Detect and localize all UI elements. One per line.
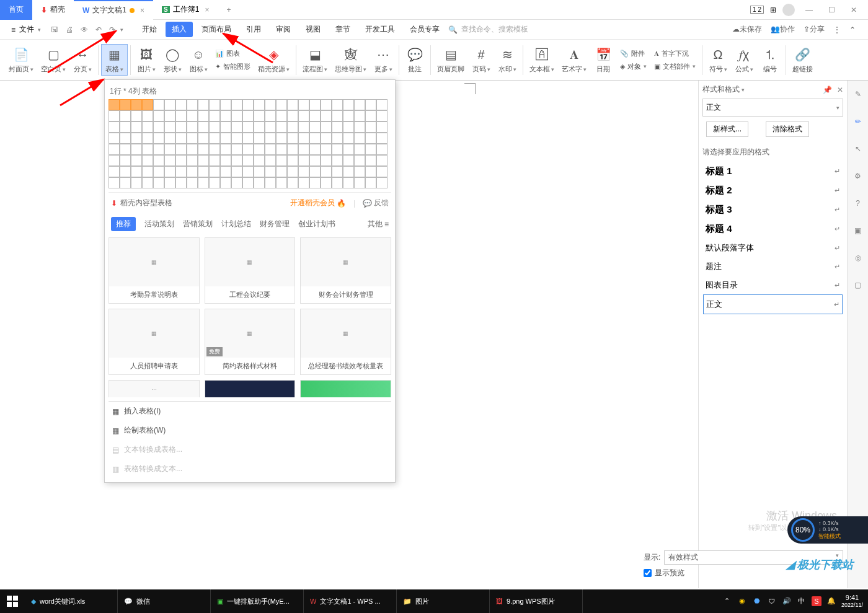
table-grid-cell[interactable]	[198, 133, 209, 144]
template-item[interactable]: ▦免费简约表格样式材料	[205, 309, 296, 375]
table-grid-cell[interactable]	[376, 144, 388, 155]
table-grid-cell[interactable]	[332, 144, 343, 155]
table-grid-cell[interactable]	[376, 177, 388, 188]
table-grid-cell[interactable]	[309, 144, 321, 155]
table-grid-cell[interactable]	[254, 166, 265, 177]
template-tab-recommend[interactable]: 推荐	[111, 217, 136, 231]
start-button[interactable]	[0, 589, 25, 613]
table-grid-cell[interactable]	[131, 133, 142, 144]
attach-button[interactable]: 📎附件	[619, 48, 648, 60]
style-item[interactable]: 题注↵	[703, 257, 843, 276]
table-grid-cell[interactable]	[321, 110, 332, 121]
table-grid-cell[interactable]	[187, 166, 198, 177]
search-input[interactable]: 🔍查找命令、搜索模板	[448, 24, 528, 35]
clear-format-button[interactable]: 清除格式	[766, 121, 809, 137]
tray-icon[interactable]: 🛡	[767, 596, 777, 606]
table-grid-cell[interactable]	[354, 177, 365, 188]
table-grid-cell[interactable]	[242, 166, 254, 177]
table-grid-cell[interactable]	[187, 110, 198, 121]
style-item[interactable]: 正文↵	[703, 294, 843, 314]
table-grid-cell[interactable]	[231, 133, 242, 144]
table-grid-cell[interactable]	[142, 99, 153, 110]
tray-icon[interactable]: ◉	[737, 596, 747, 606]
table-grid-cell[interactable]	[298, 155, 309, 166]
table-grid-cell[interactable]	[153, 133, 164, 144]
table-grid-cell[interactable]	[142, 166, 153, 177]
draw-table-button[interactable]: ▦绘制表格(W)	[108, 421, 391, 440]
pin-icon[interactable]: 📌	[823, 86, 832, 94]
object-button[interactable]: ◈对象▾	[619, 61, 648, 73]
table-grid-cell[interactable]	[354, 133, 365, 144]
table-grid-cell[interactable]	[354, 155, 365, 166]
table-grid-cell[interactable]	[120, 155, 131, 166]
textbox-button[interactable]: 🄰文本框▾	[526, 45, 558, 75]
table-grid-cell[interactable]	[365, 99, 376, 110]
table-grid-cell[interactable]	[220, 166, 231, 177]
table-grid-cell[interactable]	[175, 133, 187, 144]
table-grid-cell[interactable]	[108, 177, 120, 188]
table-grid-cell[interactable]	[142, 133, 153, 144]
table-grid-cell[interactable]	[242, 155, 254, 166]
table-grid-cell[interactable]	[108, 133, 120, 144]
table-grid-cell[interactable]	[276, 121, 287, 133]
menu-vip[interactable]: 会员专享	[404, 22, 446, 37]
table-grid-cell[interactable]	[242, 110, 254, 121]
vip-link[interactable]: 开通稻壳会员🔥	[290, 198, 346, 208]
table-grid-cell[interactable]	[365, 166, 376, 177]
table-grid-cell[interactable]	[164, 133, 175, 144]
table-grid-cell[interactable]	[265, 110, 276, 121]
menu-start[interactable]: 开始	[136, 22, 163, 37]
table-grid-cell[interactable]	[209, 133, 220, 144]
table-grid-cell[interactable]	[287, 155, 298, 166]
table-grid-cell[interactable]	[175, 144, 187, 155]
table-grid-cell[interactable]	[265, 99, 276, 110]
table-grid-cell[interactable]	[164, 99, 175, 110]
taskbar-item[interactable]: W文字文稿1 - WPS ...	[304, 589, 397, 613]
table-grid-cell[interactable]	[175, 110, 187, 121]
table-grid-cell[interactable]	[198, 99, 209, 110]
table-grid-cell[interactable]	[298, 99, 309, 110]
table-grid-cell[interactable]	[120, 177, 131, 188]
table-grid-cell[interactable]	[131, 177, 142, 188]
table-grid-cell[interactable]	[354, 99, 365, 110]
table-grid-cell[interactable]	[276, 155, 287, 166]
table-grid-cell[interactable]	[343, 166, 354, 177]
table-grid-cell[interactable]	[220, 121, 231, 133]
table-grid-cell[interactable]	[198, 110, 209, 121]
table-grid-cell[interactable]	[231, 121, 242, 133]
table-grid-cell[interactable]	[321, 99, 332, 110]
menu-devtools[interactable]: 开发工具	[359, 22, 401, 37]
table-grid-cell[interactable]	[108, 110, 120, 121]
mindmap-button[interactable]: 🕸思维导图▾	[331, 45, 370, 75]
table-grid-cell[interactable]	[198, 155, 209, 166]
table-grid-cell[interactable]	[265, 133, 276, 144]
taskbar-item[interactable]: 📁图片	[397, 589, 490, 613]
tray-icon[interactable]: 🔔	[826, 596, 836, 606]
table-grid-cell[interactable]	[321, 121, 332, 133]
table-grid-cell[interactable]	[231, 166, 242, 177]
table-grid-cell[interactable]	[153, 144, 164, 155]
table-grid-cell[interactable]	[220, 177, 231, 188]
template-tab[interactable]: 营销策划	[183, 219, 213, 229]
menu-section[interactable]: 章节	[329, 22, 356, 37]
table-grid-cell[interactable]	[175, 99, 187, 110]
table-grid-cell[interactable]	[131, 166, 142, 177]
table-grid-cell[interactable]	[242, 177, 254, 188]
style-item[interactable]: 标题 2↵	[703, 181, 843, 200]
table-grid-cell[interactable]	[220, 144, 231, 155]
table-grid-cell[interactable]	[287, 144, 298, 155]
table-grid-cell[interactable]	[120, 99, 131, 110]
icon-button[interactable]: ☺图标▾	[185, 45, 211, 75]
table-grid-cell[interactable]	[142, 177, 153, 188]
ime-icon[interactable]: 中	[797, 596, 807, 606]
table-grid-cell[interactable]	[153, 177, 164, 188]
table-grid-cell[interactable]	[153, 99, 164, 110]
table-grid-cell[interactable]	[265, 144, 276, 155]
table-grid-cell[interactable]	[187, 99, 198, 110]
table-grid-cell[interactable]	[254, 144, 265, 155]
menu-view[interactable]: 视图	[299, 22, 327, 37]
table-grid-cell[interactable]	[365, 133, 376, 144]
table-grid-cell[interactable]	[309, 133, 321, 144]
table-grid-cell[interactable]	[287, 110, 298, 121]
table-grid-cell[interactable]	[187, 155, 198, 166]
